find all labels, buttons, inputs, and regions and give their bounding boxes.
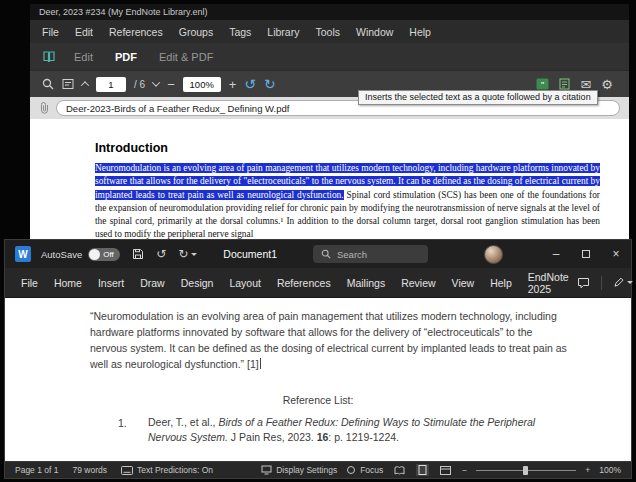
tab-edit-and-pdf[interactable]: Edit & PDF [159,51,213,63]
search-box[interactable]: Search [313,245,428,263]
menu-tools[interactable]: Tools [307,26,348,38]
menu-edit[interactable]: Edit [67,26,101,38]
user-avatar[interactable] [484,245,503,264]
menu-help[interactable]: Help [401,26,439,38]
autosave-state: Off [103,250,114,259]
toggle-knob [89,249,100,260]
ribbon-tab-review[interactable]: Review [393,268,443,297]
text-cursor [260,358,261,369]
next-page-icon[interactable] [152,78,160,86]
undo-icon[interactable]: ↺ [244,77,256,91]
ribbon-tab-endnote[interactable]: EndNote 2025 [520,268,577,297]
autosave-toggle[interactable]: Off [88,248,120,261]
endnote-tabrow: Edit PDF Edit & PDF [30,43,629,70]
quote-paragraph[interactable]: “Neuromodulation is an evolving area of … [90,308,568,372]
menu-library[interactable]: Library [259,26,307,38]
comments-icon[interactable] [577,277,590,289]
page-total-label: / 6 [134,79,145,90]
zoom-out-button[interactable]: − [462,465,467,475]
export-document-icon[interactable] [559,78,570,90]
reference-volume-bold: 16 [317,431,329,443]
autosave-label: AutoSave [41,249,82,260]
annotation-icon[interactable] [62,78,74,90]
zoom-out-icon[interactable]: − [167,78,175,91]
text-predictions[interactable]: Text Predictions: On [121,465,213,475]
document-canvas[interactable]: “Neuromodulation is an evolving area of … [5,298,631,461]
zoom-in-button[interactable]: + [585,465,590,475]
menu-groups[interactable]: Groups [171,26,221,38]
zoom-in-icon[interactable]: + [229,78,237,91]
reference-number: 1. [118,415,148,444]
screen: Deer, 2023 #234 (My EndNote Library.enl)… [0,0,636,482]
ribbon-tab-file[interactable]: File [13,268,46,297]
status-bar-right: Display Settings Focus − + 100% [261,464,621,476]
menu-file[interactable]: File [34,26,67,38]
maximize-button[interactable] [571,240,601,268]
paperclip-icon[interactable] [39,102,50,114]
email-icon[interactable]: ✉ [580,78,591,91]
tab-pdf[interactable]: PDF [115,51,137,63]
search-icon[interactable] [42,78,54,90]
svg-text:": " [541,80,544,90]
search-icon-word [321,249,331,259]
search-placeholder: Search [337,249,367,260]
ribbon-tab-mailings[interactable]: Mailings [339,268,394,297]
close-button[interactable]: × [601,240,631,268]
endnote-window: Deer, 2023 #234 (My EndNote Library.enl)… [30,4,629,266]
menu-window[interactable]: Window [348,26,401,38]
ribbon-tab-help[interactable]: Help [482,268,520,297]
pdf-paragraph[interactable]: Neuromodulation is an evolving area of p… [95,162,600,242]
tab-edit[interactable]: Edit [74,51,93,63]
reference-list-heading[interactable]: Reference List: [5,392,631,408]
redo-dropdown-icon[interactable] [191,253,197,256]
menu-tags[interactable]: Tags [221,26,259,38]
save-icon[interactable] [132,248,144,260]
ribbon-tab-layout[interactable]: Layout [221,268,269,297]
web-layout-icon[interactable] [438,465,453,476]
zoom-percentage[interactable]: 100% [599,465,621,475]
word-window: W AutoSave Off ↺ ↻ Document1 Search – [4,239,632,479]
print-layout-icon[interactable] [416,464,429,476]
ribbon-right-cluster [577,276,636,290]
read-mode-icon[interactable] [392,465,407,476]
focus-icon [346,465,356,475]
maximize-icon [582,250,590,258]
zoom-level-input[interactable]: 100% [183,77,221,92]
word-count[interactable]: 79 words [72,465,107,475]
editing-dropdown-icon[interactable] [627,281,633,284]
endnote-menubar: File Edit References Groups Tags Library… [30,20,629,43]
settings-gear-icon[interactable]: ⚙ [601,78,613,91]
ribbon-tab-view[interactable]: View [444,268,483,297]
ribbon-tab-design[interactable]: Design [173,268,222,297]
redo-icon-word[interactable]: ↻ [178,248,197,260]
ribbon-divider [601,276,602,290]
reference-entry[interactable]: 1. Deer, T., et al., Birds of a Feather … [118,415,573,444]
ribbon-tab-insert[interactable]: Insert [90,268,132,297]
page-number-input[interactable]: 1 [96,77,126,92]
status-bar: Page 1 of 1 79 words Text Predictions: O… [5,461,631,478]
ribbon-tab-draw[interactable]: Draw [132,268,173,297]
reference-text: Deer, T., et al., Birds of a Feather Red… [148,415,568,444]
endnote-window-title: Deer, 2023 #234 (My EndNote Library.enl) [39,7,207,17]
ribbon-tab-bar: File Home Insert Draw Design Layout Refe… [5,268,631,298]
ribbon-tab-home[interactable]: Home [46,268,90,297]
document-title: Document1 [223,248,277,260]
undo-icon-word[interactable]: ↺ [156,248,166,260]
minimize-button[interactable]: – [541,240,571,268]
redo-icon[interactable]: ↻ [264,77,276,91]
zoom-slider-knob[interactable] [523,466,528,475]
previous-page-icon[interactable] [81,81,89,89]
focus-button[interactable]: Focus [346,465,383,475]
display-settings-button[interactable]: Display Settings [261,465,337,475]
page-info[interactable]: Page 1 of 1 [15,465,58,475]
endnote-titlebar[interactable]: Deer, 2023 #234 (My EndNote Library.enl) [30,4,629,20]
ribbon-tab-references[interactable]: References [269,268,339,297]
menu-references[interactable]: References [101,26,171,38]
titlebar-right-cluster: – × [484,240,631,268]
zoom-slider[interactable] [476,470,576,471]
word-titlebar[interactable]: W AutoSave Off ↺ ↻ Document1 Search – [5,240,631,268]
display-settings-icon [261,465,272,475]
editing-pen-icon[interactable] [613,277,633,288]
insert-quote-icon[interactable]: " [536,78,549,90]
word-logo-icon[interactable]: W [15,246,31,262]
